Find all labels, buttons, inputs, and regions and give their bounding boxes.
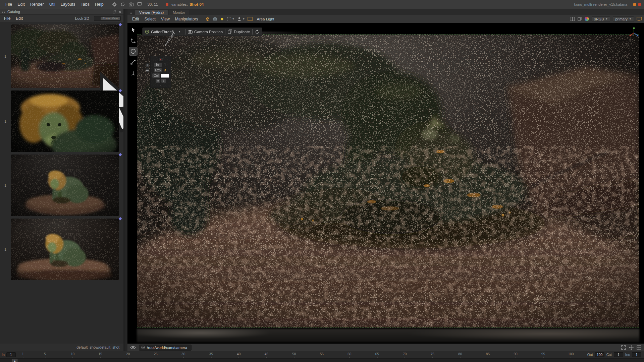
gnomon-tool[interactable] (129, 69, 137, 77)
timeline-tick[interactable]: 85 (486, 352, 490, 356)
light-delete-icon[interactable]: ● (158, 57, 163, 62)
menubar-item-tabs[interactable]: Tabs (78, 1, 92, 7)
timeline-tick[interactable]: 10 (71, 352, 74, 356)
render-thumbnail-2[interactable] (11, 90, 119, 152)
thumb-size-slider[interactable]: Thumb View (94, 16, 121, 21)
visibility-eye-icon[interactable] (130, 346, 136, 350)
exposure-value[interactable]: 3 (163, 68, 167, 72)
menubar-item-layouts[interactable]: Layouts (58, 1, 78, 7)
gamut-icon[interactable] (585, 17, 589, 21)
timeline-tick[interactable]: 50 (292, 352, 296, 356)
timeline-tick[interactable]: 55 (320, 352, 324, 356)
thumb-size-slider-handle[interactable]: Thumb View (101, 17, 120, 20)
rotate-tool[interactable] (129, 47, 137, 55)
snapshot-compare-icon[interactable] (578, 17, 582, 21)
timeline-tick[interactable]: 95 (541, 352, 545, 356)
menubar-item-file[interactable]: File (3, 1, 15, 7)
lock-2d-label[interactable]: Lock 2D (75, 16, 89, 20)
light-collapse-button[interactable]: ▬ (146, 68, 149, 72)
gaffer-selector[interactable]: GafferThree8 (145, 29, 174, 34)
menubar-item-edit[interactable]: Edit (15, 1, 28, 7)
timeline-tick[interactable]: 40 (237, 352, 240, 356)
timeline-tick[interactable]: 80 (458, 352, 462, 356)
current-frame-marker[interactable]: 1 (12, 359, 17, 362)
in-frame-field[interactable]: 1 (6, 352, 16, 357)
message-icon[interactable] (137, 2, 142, 6)
inc-field[interactable]: 1 (632, 352, 641, 357)
render-thumbnail-1[interactable] (11, 24, 119, 88)
channel-dropdown[interactable]: primary ▼ (613, 16, 634, 22)
layout-icon[interactable] (570, 17, 575, 21)
timeline-tick[interactable]: 35 (209, 352, 213, 356)
sync-icon[interactable] (120, 2, 125, 7)
light-mute-button[interactable]: M (156, 79, 160, 83)
intensity-value[interactable]: 1 (163, 63, 167, 67)
scale-tool[interactable] (129, 58, 137, 66)
out-frame-field[interactable]: 100 (595, 352, 604, 357)
catalog-item-1[interactable]: 1 (0, 24, 123, 88)
viewer-menu-edit[interactable]: Edit (129, 16, 142, 22)
sphere-icon[interactable] (213, 17, 217, 21)
orientation-gizmo[interactable] (628, 26, 640, 38)
message-counter[interactable]: 30: 11 (148, 2, 158, 6)
tab-monitor[interactable]: Monitor (169, 10, 189, 15)
close-icon[interactable] (118, 10, 121, 13)
timeline-track[interactable]: 1 (0, 358, 644, 362)
create-light-cube-icon[interactable] (205, 17, 210, 21)
timeline-tick[interactable]: 45 (265, 352, 268, 356)
viewer-menu-manipulators[interactable]: Manipulators (172, 16, 201, 22)
catalog-item-3[interactable]: 1 (0, 155, 123, 216)
light-color-swatch[interactable] (161, 74, 169, 78)
menubar-item-util[interactable]: Util (47, 1, 58, 7)
render-canvas[interactable] (137, 35, 639, 327)
timeline-tick[interactable]: 5 (44, 352, 46, 356)
viewer-menu-select[interactable]: Select (142, 16, 158, 22)
pan-icon[interactable] (629, 345, 634, 350)
snapshot-icon[interactable] (129, 2, 133, 6)
tab-viewer-hydra[interactable]: Viewer (Hydra) (135, 10, 168, 15)
timeline-tick[interactable]: 90 (514, 352, 517, 356)
render-region[interactable] (137, 34, 639, 328)
gaffer-dropdown-caret[interactable]: ▼ (176, 31, 183, 33)
timeline-tick[interactable]: 15 (99, 352, 102, 356)
panel-drag-handle[interactable] (2, 10, 5, 13)
menubar-item-help[interactable]: Help (92, 1, 106, 7)
variables-value[interactable]: Shot-04 (190, 2, 204, 6)
look-through-tool[interactable]: ▼ (237, 17, 245, 21)
area-light-icon[interactable] (248, 17, 253, 21)
duplicate-button[interactable]: Duplicate (228, 29, 250, 34)
timeline-tick[interactable]: 75 (431, 352, 434, 356)
popout-icon[interactable] (113, 10, 116, 13)
light-solo-button[interactable]: S (161, 79, 166, 83)
catalog-menu-file[interactable]: File (1, 15, 13, 21)
marquee-tool[interactable]: ▼ (227, 17, 235, 21)
light-dot-icon[interactable] (220, 17, 224, 21)
catalog-item-2[interactable]: 1 (0, 90, 123, 152)
catalog-item-4[interactable]: 1 (0, 219, 123, 280)
light-pin-button[interactable]: ‖ (146, 63, 149, 67)
menubar-item-render[interactable]: Render (28, 1, 47, 7)
select-tool[interactable] (129, 26, 137, 34)
camera-position-button[interactable]: Camera Position (188, 30, 223, 34)
timeline-tick[interactable]: 25 (154, 352, 158, 356)
timeline-tick[interactable]: 60 (347, 352, 351, 356)
catalog-menu-edit[interactable]: Edit (13, 15, 25, 21)
grid-icon[interactable] (637, 345, 641, 350)
gear-icon[interactable] (112, 2, 117, 7)
panel-drag-handle[interactable] (129, 11, 133, 14)
colorspace-dropdown[interactable]: sRGB ▼ (592, 16, 610, 22)
translate-tool[interactable] (129, 37, 137, 45)
timeline-ruler[interactable]: 1510152025303540455055606570758085909510… (23, 352, 571, 357)
render-thumbnail-3[interactable] (11, 155, 119, 216)
monitor-icon[interactable] (637, 17, 642, 21)
cut-field[interactable]: 1 (614, 352, 623, 357)
fit-view-icon[interactable] (621, 345, 626, 350)
camera-path-field[interactable]: /root/world/cam/camera (139, 345, 192, 351)
light-hud-expand-icon[interactable]: ⌄ (152, 84, 170, 86)
render-thumbnail-4[interactable] (11, 219, 119, 280)
reset-rotation-icon[interactable] (255, 29, 260, 34)
timeline-tick[interactable]: 100 (568, 352, 574, 356)
timeline-tick[interactable]: 30 (181, 352, 185, 356)
viewport[interactable]: GafferThree8 ▼ Camera Position Duplicate (127, 23, 644, 344)
timeline-tick[interactable]: 20 (126, 352, 130, 356)
